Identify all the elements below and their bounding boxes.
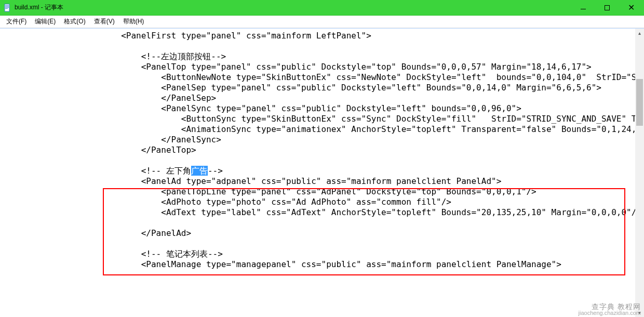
menu-help[interactable]: 帮助(H) [119,16,149,27]
menu-edit[interactable]: 编辑(E) [31,16,60,27]
menu-view[interactable]: 查看(V) [90,16,119,27]
window-title: build.xml - 记事本 [15,3,63,12]
editor-area: <PanelFirst type="panel" css="mainform L… [0,28,644,317]
watermark-url: jiaocheng.chazidian.com [579,310,641,316]
scroll-up-arrow-icon[interactable]: ▴ [635,29,644,37]
text-editor[interactable]: <PanelFirst type="panel" css="mainform L… [0,29,635,317]
svg-rect-4 [5,8,8,9]
minimize-button[interactable] [571,0,595,16]
title-bar: build.xml - 记事本 ✕ [0,0,644,16]
text-selection: 广告 [191,166,208,176]
maximize-button[interactable] [595,0,619,16]
watermark-cn: 查字典 教程网 [579,303,641,310]
file-icon [3,4,11,12]
svg-rect-3 [5,7,9,8]
scroll-thumb[interactable] [636,79,643,126]
menu-format[interactable]: 格式(O) [60,16,89,27]
svg-rect-1 [5,5,9,6]
menu-bar: 文件(F) 编辑(E) 格式(O) 查看(V) 帮助(H) [0,16,644,28]
svg-rect-2 [5,6,9,7]
close-button[interactable]: ✕ [619,0,643,16]
watermark: 查字典 教程网 jiaocheng.chazidian.com [579,303,641,316]
vertical-scrollbar[interactable]: ▴ ▾ [635,29,644,317]
menu-file[interactable]: 文件(F) [2,16,31,27]
scroll-track[interactable] [635,37,644,308]
